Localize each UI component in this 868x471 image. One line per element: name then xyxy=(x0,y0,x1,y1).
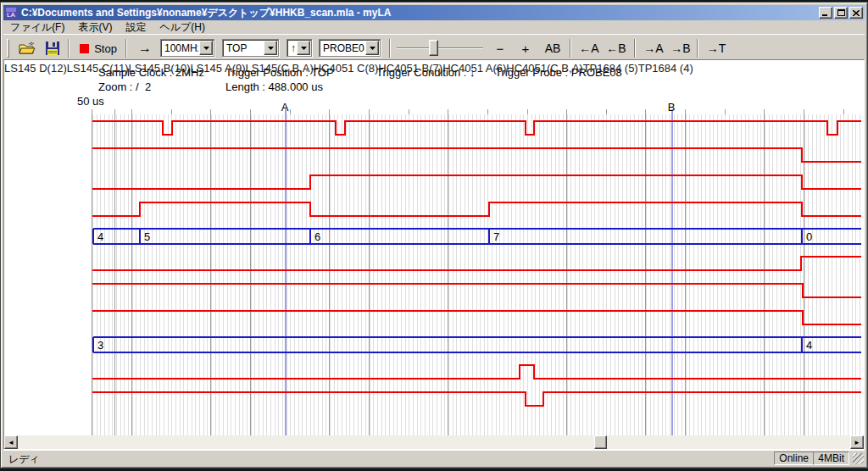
toolbar-separator xyxy=(125,39,127,58)
zoom-slider[interactable] xyxy=(397,40,483,57)
zoom-out-button[interactable]: − xyxy=(489,38,511,58)
trigger-edge-value: ↑ xyxy=(287,42,296,54)
signal-label: TP1684 (5) xyxy=(583,62,638,75)
timescale-label: 50 us xyxy=(77,95,104,108)
slider-thumb[interactable] xyxy=(429,40,438,56)
marker-label-b: B xyxy=(668,101,676,114)
signal-label: LS145 C(11) xyxy=(67,62,129,75)
set-marker-b-button[interactable]: →B xyxy=(668,38,693,58)
toolbar: Stop → 100MHz TOP ↑ PROBE00 − + AB xyxy=(3,34,865,60)
save-file-button[interactable] xyxy=(41,38,64,58)
resize-grip[interactable] xyxy=(853,453,864,464)
toolbar-separator xyxy=(697,39,698,58)
slider-track xyxy=(397,47,483,49)
bus-value: 4 xyxy=(806,339,812,352)
toolbar-separator xyxy=(570,39,571,58)
maximize-button[interactable] xyxy=(834,7,848,19)
minimize-button[interactable] xyxy=(819,7,832,19)
run-arrow-icon: → xyxy=(138,41,152,56)
menu-file[interactable]: ファイル(F) xyxy=(3,19,71,36)
run-button[interactable]: → xyxy=(132,38,158,58)
waveform-trace xyxy=(92,311,861,324)
menu-settings[interactable]: 設定 xyxy=(119,19,153,36)
signal-label: HC4051 C(8) xyxy=(314,62,379,75)
signal-label: HC4051 B(7) xyxy=(378,62,442,75)
toolbar-grip[interactable] xyxy=(7,39,9,58)
marker-label-a: A xyxy=(281,101,289,114)
chevron-down-icon[interactable] xyxy=(199,41,213,55)
goto-marker-a-button[interactable]: ←A xyxy=(576,38,602,58)
toolbar-separator xyxy=(68,39,70,58)
title-bar[interactable]: LA C:¥Documents and Settings¥noname¥デスクト… xyxy=(3,5,865,20)
bus-trace xyxy=(93,337,861,352)
waveform-trace xyxy=(92,148,861,162)
signal-labels: LS145 D(12)LS145 C(11)LS145 B(10)LS145 A… xyxy=(4,60,693,75)
chevron-down-icon[interactable] xyxy=(365,41,379,55)
toolbar-separator xyxy=(389,39,391,58)
open-folder-icon xyxy=(19,42,36,55)
trigger-probe-value: PROBE00 xyxy=(320,42,364,54)
scroll-right-button[interactable]: ► xyxy=(850,435,864,449)
menu-bar: ファイル(F) 表示(V) 設定 ヘルプ(H) xyxy=(3,20,865,34)
sample-clock-value: 100MHz xyxy=(161,42,198,54)
signal-label: TP1684 (4) xyxy=(638,62,693,75)
status-ready: レディ xyxy=(8,452,40,467)
trigger-position-value: TOP xyxy=(223,42,263,54)
trigger-position-combo[interactable]: TOP xyxy=(222,39,279,57)
stop-label: Stop xyxy=(94,42,117,55)
scroll-left-button[interactable]: ◄ xyxy=(4,435,18,449)
svg-text:LA: LA xyxy=(7,11,15,19)
bus-value: 3 xyxy=(97,339,103,352)
status-bar: レディ Online 4MBit xyxy=(3,450,865,465)
waveform-trace xyxy=(92,392,861,406)
stop-button[interactable]: Stop xyxy=(76,38,120,58)
close-button[interactable] xyxy=(849,7,863,19)
app-icon: LA xyxy=(5,7,19,19)
goto-trigger-button[interactable]: →T xyxy=(704,38,729,58)
zoom-in-button[interactable]: + xyxy=(515,38,537,58)
set-marker-a-button[interactable]: →A xyxy=(641,38,666,58)
scrollbar-thumb[interactable] xyxy=(594,435,607,449)
stop-icon xyxy=(80,44,89,53)
sample-clock-combo[interactable]: 100MHz xyxy=(160,39,214,57)
bus-value: 5 xyxy=(144,230,150,243)
menu-help[interactable]: ヘルプ(H) xyxy=(153,19,212,36)
signal-label: LS145 D(12) xyxy=(4,62,67,75)
menu-view[interactable]: 表示(V) xyxy=(71,19,119,36)
app-window: LA C:¥Documents and Settings¥noname¥デスクト… xyxy=(0,2,868,468)
bus-trace xyxy=(93,229,861,244)
signal-label: LS145(C,B,A) xyxy=(246,62,314,75)
waveform-plot[interactable]: 4567034 xyxy=(92,109,860,439)
bus-value: 0 xyxy=(806,230,812,243)
bus-value: 7 xyxy=(493,230,499,243)
zoom-ab-button[interactable]: AB xyxy=(540,38,565,58)
zoom-info: Zoom : / 2 xyxy=(98,80,151,93)
signal-label: LS145 A(9) xyxy=(190,62,245,75)
waveform-trace xyxy=(92,175,861,189)
chevron-down-icon[interactable] xyxy=(297,41,310,55)
status-memory: 4MBit xyxy=(813,452,849,465)
waveform-trace xyxy=(92,202,861,216)
open-file-button[interactable] xyxy=(15,38,39,58)
signal-label: LS145 B(10) xyxy=(128,62,190,75)
signal-label: HC4051(C,B,A) xyxy=(506,62,582,75)
waveform-trace xyxy=(92,121,861,135)
signal-label: HC4051 A(6) xyxy=(442,62,506,75)
waveform-trace xyxy=(92,284,861,297)
toolbar-separator xyxy=(634,39,636,58)
trigger-probe-combo[interactable]: PROBE00 xyxy=(319,39,381,57)
horizontal-scrollbar[interactable]: ◄ ► xyxy=(4,435,864,449)
length-info: Length : 488.000 us xyxy=(225,80,323,93)
window-title: C:¥Documents and Settings¥noname¥デスクトップ¥… xyxy=(21,6,819,20)
trigger-edge-combo[interactable]: ↑ xyxy=(287,39,312,57)
waveform-svg: 4567034 xyxy=(92,109,861,439)
save-floppy-icon xyxy=(46,42,59,55)
bus-value: 6 xyxy=(314,230,320,243)
waveform-trace xyxy=(92,365,861,379)
waveform-trace xyxy=(92,257,861,270)
bus-value: 4 xyxy=(97,230,103,243)
chevron-down-icon[interactable] xyxy=(264,41,277,55)
waveform-view: Sample Clock : 2MHz Trigger Position : T… xyxy=(3,59,865,450)
status-online: Online xyxy=(774,452,814,465)
goto-marker-b-button[interactable]: ←B xyxy=(604,38,629,58)
